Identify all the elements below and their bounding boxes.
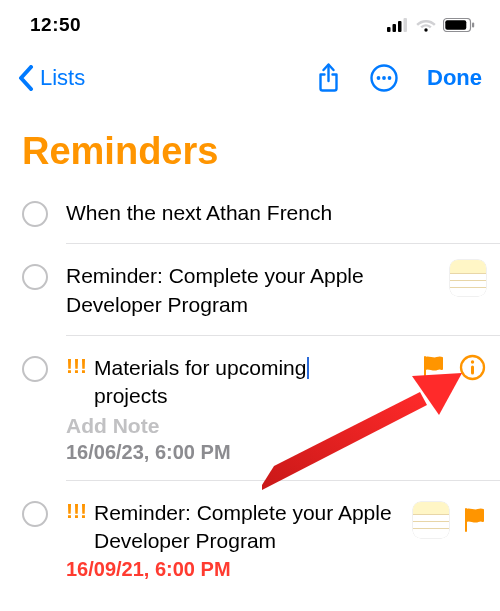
svg-rect-3 — [404, 18, 408, 32]
notes-app-icon[interactable] — [450, 260, 486, 296]
share-icon — [316, 63, 341, 93]
flag-icon[interactable] — [463, 508, 486, 532]
reminder-list: When the next Athan French Reminder: Com… — [0, 197, 500, 597]
reminder-row-editing[interactable]: !!! Materials for upcoming projects Add … — [22, 352, 500, 481]
svg-point-4 — [424, 28, 427, 31]
reminder-row[interactable]: !!! Reminder: Complete your Apple Develo… — [22, 497, 500, 598]
ellipsis-circle-icon — [369, 63, 399, 93]
reminder-row[interactable]: When the next Athan French — [22, 197, 500, 244]
svg-point-10 — [377, 76, 381, 80]
svg-point-11 — [382, 76, 386, 80]
svg-rect-2 — [398, 21, 402, 32]
svg-rect-1 — [393, 24, 397, 32]
reminder-datetime-overdue: 16/09/21, 6:00 PM — [66, 558, 400, 581]
wifi-icon — [416, 18, 436, 32]
cellular-icon — [387, 18, 409, 32]
status-time: 12:50 — [30, 14, 81, 36]
complete-toggle[interactable] — [22, 501, 48, 527]
reminder-row[interactable]: Reminder: Complete your Apple Developer … — [22, 260, 500, 336]
svg-rect-6 — [445, 20, 466, 29]
reminder-title: Reminder: Complete your Apple Developer … — [94, 499, 400, 556]
reminder-datetime: 16/06/23, 6:00 PM — [66, 441, 410, 464]
complete-toggle[interactable] — [22, 201, 48, 227]
chevron-left-icon — [18, 65, 34, 91]
back-label: Lists — [40, 65, 85, 91]
nav-bar: Lists Done — [0, 50, 500, 105]
more-button[interactable] — [369, 63, 399, 93]
add-note-placeholder[interactable]: Add Note — [66, 414, 410, 438]
page-title: Reminders — [0, 105, 500, 197]
priority-indicator: !!! — [66, 354, 87, 378]
battery-icon — [443, 18, 475, 32]
text-cursor — [307, 357, 309, 379]
svg-point-12 — [388, 76, 392, 80]
share-button[interactable] — [316, 63, 341, 93]
notes-app-icon[interactable] — [413, 502, 449, 538]
complete-toggle[interactable] — [22, 264, 48, 290]
status-indicators — [387, 18, 475, 32]
back-button[interactable]: Lists — [18, 65, 85, 91]
complete-toggle[interactable] — [22, 356, 48, 382]
svg-rect-0 — [387, 27, 391, 32]
status-bar: 12:50 — [0, 0, 500, 50]
svg-rect-7 — [472, 23, 474, 28]
svg-point-14 — [471, 360, 474, 363]
priority-indicator: !!! — [66, 499, 87, 523]
flag-icon[interactable] — [422, 356, 445, 380]
info-icon[interactable] — [459, 354, 486, 381]
svg-rect-15 — [471, 366, 474, 375]
done-button[interactable]: Done — [427, 65, 482, 91]
reminder-title[interactable]: Materials for upcoming projects — [94, 354, 410, 411]
reminder-title: Reminder: Complete your Apple Developer … — [66, 262, 440, 319]
reminder-title: When the next Athan French — [66, 199, 484, 227]
